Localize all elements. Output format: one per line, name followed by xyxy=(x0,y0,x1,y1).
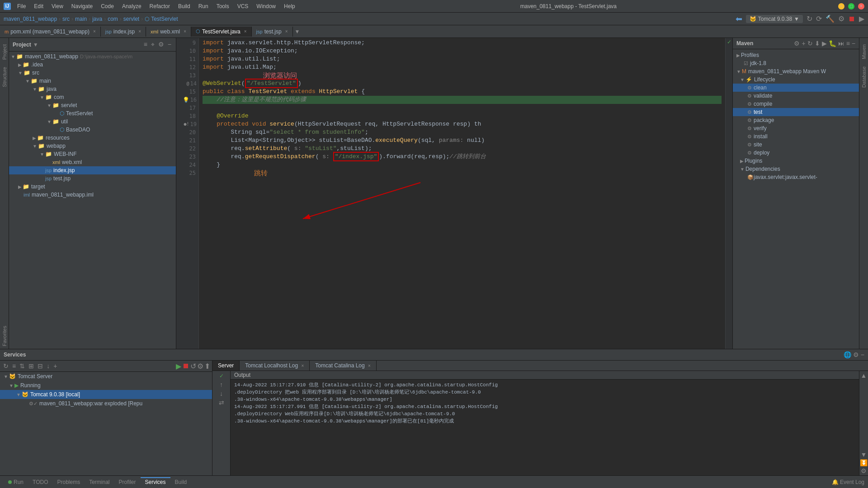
tab-close-testjsp[interactable]: × xyxy=(285,29,288,34)
tree-item-iml[interactable]: iml maven_0811_webapp.iml xyxy=(9,191,176,199)
srv-stop-icon[interactable]: ⏹ xyxy=(182,362,189,371)
maven-download-button[interactable]: ⬇ xyxy=(815,40,820,47)
maven-collapse-button[interactable]: − xyxy=(852,40,855,47)
breadcrumb-src[interactable]: src xyxy=(62,16,70,22)
bottom-tab-profiler[interactable]: Profiler xyxy=(114,477,141,487)
srv-deploy-icon[interactable]: ⬆ xyxy=(204,362,210,371)
log-output[interactable]: 14-Aug-2022 15:17:27.910 信息 [Catalina-ut… xyxy=(231,380,859,475)
tree-item-target[interactable]: ▶ 📁 target xyxy=(9,183,176,191)
log-next-button[interactable]: ↓ xyxy=(220,390,223,397)
bottom-tab-terminal[interactable]: Terminal xyxy=(85,477,114,487)
tab-close-testservlet[interactable]: × xyxy=(244,29,247,34)
srv-add-button[interactable]: + xyxy=(52,361,58,371)
settings-button[interactable]: ⚙ xyxy=(838,14,844,23)
tab-index[interactable]: jsp index.jsp × xyxy=(101,27,146,37)
maven-project-root[interactable]: ▼ M maven_0811_webapp Maven W xyxy=(733,67,859,75)
maven-skip-button[interactable]: ⏭ xyxy=(838,40,844,47)
maven-site[interactable]: ⚙ site xyxy=(733,141,859,149)
bottom-tab-build[interactable]: Build xyxy=(170,477,192,487)
breadcrumb-testservlet[interactable]: TestServlet xyxy=(151,16,178,22)
srv-config-icon[interactable]: ⚙ xyxy=(197,362,203,371)
minimize-button[interactable]: − xyxy=(838,3,844,9)
project-scroll-to-source[interactable]: ⌖ xyxy=(150,40,156,49)
log-switch-button[interactable]: ⇄ xyxy=(219,399,224,406)
maven-validate[interactable]: ⚙ validate xyxy=(733,92,859,100)
menu-window[interactable]: Window xyxy=(253,2,279,10)
maven-test[interactable]: ⚙ test xyxy=(733,108,859,116)
maven-dependencies-section[interactable]: ▼ Dependencies xyxy=(733,165,859,173)
tree-item-webinf[interactable]: ▼ 📁 WEB-INF xyxy=(9,150,176,158)
breadcrumb-servlet[interactable]: servlet xyxy=(123,16,139,22)
refresh-button[interactable]: ↻ xyxy=(807,14,812,23)
breadcrumb-main[interactable]: main xyxy=(75,16,87,22)
tree-item-testservlet[interactable]: ⬡ TestServlet xyxy=(9,109,176,117)
stop-button[interactable]: ⏹ xyxy=(848,15,855,23)
tab-webxml[interactable]: xml web.xml × xyxy=(146,27,191,37)
project-collapse-all[interactable]: ≡ xyxy=(143,40,148,49)
menu-build[interactable]: Build xyxy=(175,2,194,10)
bottom-tab-problems[interactable]: Problems xyxy=(52,477,85,487)
navigate-back-button[interactable]: ⬅ xyxy=(736,14,742,24)
maven-clean[interactable]: ⚙ clean xyxy=(733,84,859,92)
build-button[interactable]: 🔨 xyxy=(826,14,835,23)
log-tab-catalina[interactable]: Tomcat Catalina Log × xyxy=(310,361,377,371)
maven-run-button[interactable]: ▶ xyxy=(822,40,827,47)
scroll-down-button[interactable]: ▼ xyxy=(861,451,867,458)
maven-lifecycle-section[interactable]: ▼ ⚡ Lifecycle xyxy=(733,75,859,84)
log-tab-localhost[interactable]: Tomcat Localhost Log × xyxy=(240,361,310,371)
menu-vcs[interactable]: VCS xyxy=(234,2,252,10)
log-tab-catalina-close[interactable]: × xyxy=(368,363,371,368)
tree-item-webxml[interactable]: xml web.xml xyxy=(9,158,176,166)
tree-item-webapp[interactable]: ▼ 📁 webapp xyxy=(9,142,176,150)
project-settings[interactable]: ⚙ xyxy=(157,40,165,49)
sidebar-tab-project[interactable]: Project xyxy=(1,42,8,62)
tree-item-resources[interactable]: ▶ 📁 resources xyxy=(9,134,176,142)
tree-item-java[interactable]: ▼ 📁 java xyxy=(9,85,176,93)
bottom-tab-todo[interactable]: TODO xyxy=(28,477,52,487)
code-editor[interactable]: import javax.servlet.http.HttpServletRes… xyxy=(199,38,725,349)
tree-item-servlet[interactable]: ▼ 📁 servlet xyxy=(9,101,176,109)
tree-item-basedao[interactable]: ⬡ BaseDAO xyxy=(9,126,176,134)
maven-jdk-profile[interactable]: ☑ jdk-1.8 xyxy=(733,59,859,67)
services-settings-button[interactable]: ⚙ xyxy=(853,351,859,358)
maven-package[interactable]: ⚙ package xyxy=(733,116,859,124)
srv-start-icon[interactable]: ▶ xyxy=(176,362,181,371)
tree-item-util[interactable]: ▼ 📁 util xyxy=(9,117,176,126)
tree-item-testjsp[interactable]: jsp test.jsp xyxy=(9,174,176,183)
tab-pom[interactable]: m pom.xml (maven_0811_webapp) × xyxy=(0,27,101,37)
menu-navigate[interactable]: Navigate xyxy=(68,2,96,10)
bottom-tab-run[interactable]: Run xyxy=(4,477,28,487)
services-world-button[interactable]: 🌐 xyxy=(844,351,851,358)
tab-close-webxml[interactable]: × xyxy=(184,29,186,34)
tree-item-com[interactable]: ▼ 📁 com xyxy=(9,93,176,101)
srv-deploy-button[interactable]: ↓ xyxy=(45,361,51,371)
maximize-button[interactable]: □ xyxy=(848,3,854,9)
tab-close-pom[interactable]: × xyxy=(93,29,96,34)
tab-testjsp[interactable]: jsp test.jsp × xyxy=(252,27,293,37)
tree-item-root[interactable]: ▼ 📁 maven_0811_webapp D:\java-maven-spac… xyxy=(9,52,176,61)
more-tabs-button[interactable]: ▼ xyxy=(295,28,300,35)
menu-analyze[interactable]: Analyze xyxy=(118,2,145,10)
maven-refresh-button[interactable]: ↻ xyxy=(807,40,813,47)
menu-code[interactable]: Code xyxy=(97,2,118,10)
menu-run[interactable]: Run xyxy=(195,2,212,10)
project-dropdown-icon[interactable]: ▼ xyxy=(33,42,38,48)
maven-dependency-item[interactable]: 📦 javax.servlet:javax.servlet- xyxy=(733,173,859,181)
scroll-gear-button[interactable]: ⚙ xyxy=(861,467,867,474)
project-hide[interactable]: − xyxy=(167,40,172,49)
tree-item-main[interactable]: ▼ 📁 main xyxy=(9,77,176,85)
breadcrumb-project[interactable]: maven_0811_webapp xyxy=(4,16,57,22)
menu-tools[interactable]: Tools xyxy=(213,2,233,10)
maven-settings-button[interactable]: ⚙ xyxy=(794,40,800,47)
menu-file[interactable]: File xyxy=(14,2,29,10)
event-log-label[interactable]: 🔔 Event Log xyxy=(832,479,864,485)
tree-item-src[interactable]: ▼ 📁 src xyxy=(9,69,176,77)
maven-profiles-section[interactable]: ▶ Profiles xyxy=(733,51,859,59)
maven-install[interactable]: ⚙ install xyxy=(733,132,859,141)
maven-verify[interactable]: ⚙ verify xyxy=(733,124,859,132)
srv-restart-icon[interactable]: ↺ xyxy=(190,362,196,371)
menu-edit[interactable]: Edit xyxy=(30,2,47,10)
maven-more-button[interactable]: ≡ xyxy=(846,40,850,47)
log-prev-button[interactable]: ↑ xyxy=(220,381,223,388)
log-tab-localhost-close[interactable]: × xyxy=(301,363,304,368)
